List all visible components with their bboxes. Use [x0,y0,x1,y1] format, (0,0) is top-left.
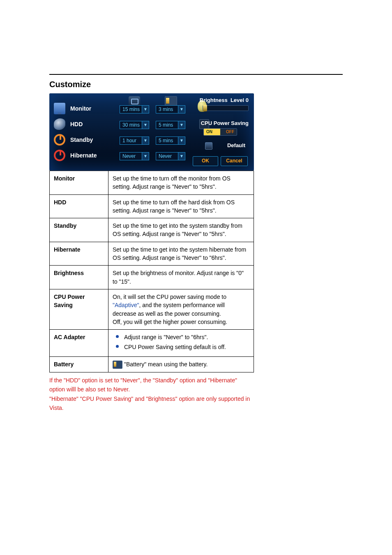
monitor-ac-select[interactable]: 15 mins▼ [120,105,149,113]
hibernate-label: Hibernate [70,152,97,159]
monitor-bat-select[interactable]: 3 mins▼ [156,105,185,113]
monitor-icon [54,103,65,114]
default-checkbox[interactable] [205,142,212,150]
row-battery-label: Battery [50,356,108,372]
brightness-slider[interactable] [203,105,249,111]
row-hibernate-label: Hibernate [50,242,108,266]
chevron-down-icon: ▼ [142,106,149,113]
chevron-down-icon: ▼ [142,153,149,160]
chevron-down-icon: ▼ [178,106,185,113]
row-cpu-desc: On, it will set the CPU power saving mod… [108,289,254,329]
brightness-label: Brightness Level 0 [200,97,249,103]
row-cpu-label: CPU Power Saving [50,289,108,329]
chevron-down-icon: ▼ [178,121,185,129]
row-hdd-label: HDD [50,194,108,218]
row-brightness-label: Brightness [50,266,108,289]
customize-panel: Brightness Level 0 CPU Power Saving ON O… [49,93,254,171]
chevron-down-icon: ▼ [142,121,149,129]
chevron-down-icon: ▼ [178,137,185,144]
ac-adapter-icon [129,96,140,106]
section-title: Customize [49,80,343,89]
row-ac-label: AC Adapter [50,330,108,357]
row-monitor-label: Monitor [50,171,108,195]
hibernate-bat-select[interactable]: Never▼ [156,152,185,160]
battery-icon [113,361,122,369]
cpu-power-saving-label: CPU Power Saving [201,120,249,126]
row-hdd-desc: Set up the time to turn off the hard dis… [108,194,254,218]
ok-button[interactable]: OK [193,156,218,166]
hdd-label: HDD [70,121,83,127]
row-monitor-desc: Set up the time to turn off the monitor … [108,171,254,195]
hibernate-ac-select[interactable]: Never▼ [120,152,149,160]
hibernate-icon [54,150,65,161]
row-ac-desc: Adjust range is "Never" to "6hrs". CPU P… [108,330,254,357]
chevron-down-icon: ▼ [142,137,149,144]
description-table: MonitorSet up the time to turn off the m… [49,171,254,372]
standby-icon [54,134,65,146]
row-battery-desc: "Battery" mean using the battery. [108,356,254,372]
cancel-button[interactable]: Cancel [221,156,248,166]
row-hibernate-desc: Set up the time to get into the system h… [108,242,254,266]
footnote: If the "HDD" option is set to "Never", t… [49,376,254,413]
chevron-down-icon: ▼ [178,153,185,160]
row-brightness-desc: Set up the brightness of monitor. Adjust… [108,266,254,289]
row-standby-desc: Set up the time to get into the system s… [108,218,254,242]
hdd-icon [54,118,65,131]
standby-bat-select[interactable]: 5 mins▼ [156,136,185,145]
standby-ac-select[interactable]: 1 hour▼ [120,136,149,145]
hdd-ac-select[interactable]: 30 mins▼ [120,121,149,129]
hdd-bat-select[interactable]: 5 mins▼ [156,121,185,129]
cpu-power-saving-toggle[interactable]: ON OFF [203,128,237,136]
row-standby-label: Standby [50,218,108,242]
standby-label: Standby [70,136,93,143]
default-label: Default [227,142,245,148]
monitor-label: Monitor [70,105,91,112]
